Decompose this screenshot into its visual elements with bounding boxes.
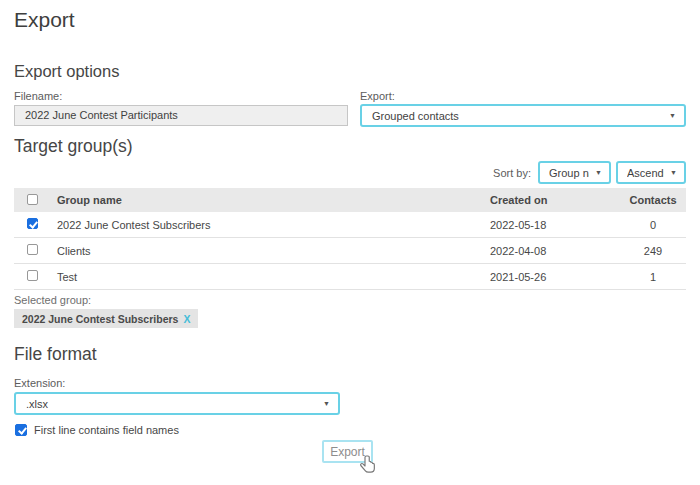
remove-tag-icon[interactable]: X <box>183 313 190 325</box>
row-checkbox[interactable] <box>27 218 38 229</box>
chevron-down-icon: ▼ <box>323 400 330 407</box>
sort-field-select[interactable]: Group name ▼ <box>538 161 611 184</box>
group-name-cell: Test <box>57 271 490 283</box>
first-line-checkbox[interactable] <box>15 424 27 436</box>
sort-direction-value: Ascending <box>627 167 664 179</box>
group-name-cell: 2022 June Contest Subscribers <box>57 219 490 231</box>
groups-table: Group name Created on Contacts 2022 June… <box>14 188 686 290</box>
export-type-select[interactable]: Grouped contacts ▼ <box>360 104 686 127</box>
page-title: Export <box>14 8 75 32</box>
extension-label: Extension: <box>14 377 65 389</box>
column-header-group-name: Group name <box>57 194 490 206</box>
export-type-label: Export: <box>360 90 395 102</box>
table-row: Test 2021-05-26 1 <box>14 264 686 290</box>
table-row: 2022 June Contest Subscribers 2022-05-18… <box>14 212 686 238</box>
cursor-pointer-icon <box>358 454 378 480</box>
contacts-cell: 0 <box>620 219 686 231</box>
sort-field-value: Group name <box>549 167 589 179</box>
selected-group-tag: 2022 June Contest Subscribers X <box>14 309 198 328</box>
extension-value: .xlsx <box>26 398 317 410</box>
file-format-heading: File format <box>14 344 97 365</box>
groups-table-header: Group name Created on Contacts <box>14 188 686 212</box>
export-type-value: Grouped contacts <box>372 110 663 122</box>
first-line-checkbox-label: First line contains field names <box>34 424 179 436</box>
contacts-cell: 1 <box>620 271 686 283</box>
selected-group-label: Selected group: <box>14 294 91 306</box>
chevron-down-icon: ▼ <box>670 169 677 176</box>
chevron-down-icon: ▼ <box>595 169 602 176</box>
column-header-created-on: Created on <box>490 194 620 206</box>
selected-group-tag-text: 2022 June Contest Subscribers <box>22 313 178 325</box>
first-line-option[interactable]: First line contains field names <box>15 424 179 436</box>
export-options-heading: Export options <box>14 62 119 81</box>
extension-select[interactable]: .xlsx ▼ <box>14 392 340 415</box>
table-row: Clients 2022-04-08 249 <box>14 238 686 264</box>
export-page: Export Export options Filename: 2022 Jun… <box>0 0 700 485</box>
sort-by-label: Sort by: <box>493 167 531 179</box>
select-all-checkbox[interactable] <box>27 194 38 205</box>
target-groups-heading: Target group(s) <box>14 136 133 157</box>
row-checkbox[interactable] <box>27 270 38 281</box>
row-checkbox[interactable] <box>27 244 38 255</box>
chevron-down-icon: ▼ <box>669 112 676 119</box>
created-on-cell: 2021-05-26 <box>490 271 620 283</box>
sort-controls: Sort by: Group name ▼ Ascending ▼ <box>493 161 686 184</box>
group-name-cell: Clients <box>57 245 490 257</box>
contacts-cell: 249 <box>620 245 686 257</box>
created-on-cell: 2022-05-18 <box>490 219 620 231</box>
filename-label: Filename: <box>14 90 62 102</box>
filename-input[interactable]: 2022 June Contest Participants <box>14 105 348 126</box>
sort-direction-select[interactable]: Ascending ▼ <box>616 161 686 184</box>
column-header-contacts: Contacts <box>620 194 686 206</box>
created-on-cell: 2022-04-08 <box>490 245 620 257</box>
